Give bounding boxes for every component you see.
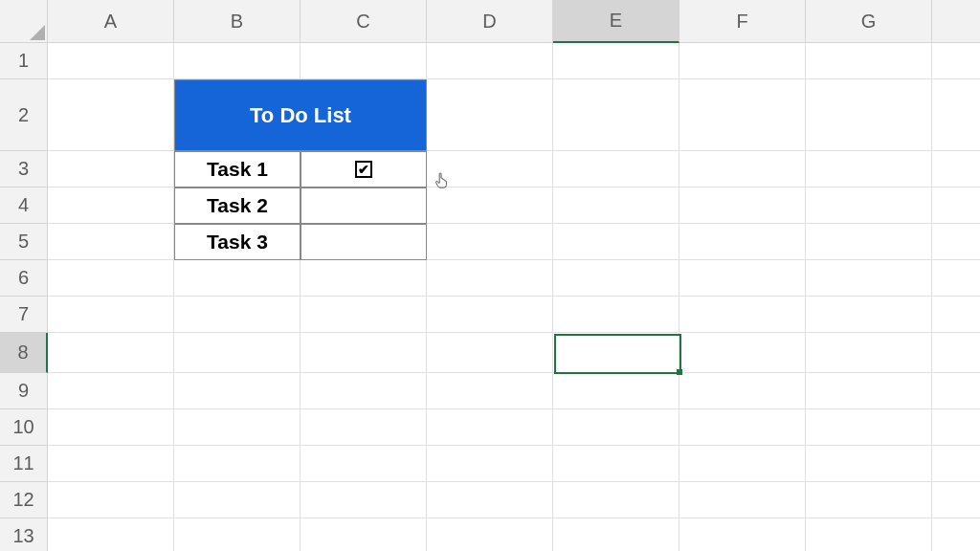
cell-H2[interactable] bbox=[932, 79, 980, 151]
col-header-D[interactable]: D bbox=[427, 0, 553, 43]
cell-C12[interactable] bbox=[301, 482, 427, 518]
cell-F7[interactable] bbox=[679, 297, 806, 333]
cell-D3[interactable] bbox=[427, 151, 553, 187]
cell-E2[interactable] bbox=[553, 79, 679, 151]
cell-F4[interactable] bbox=[679, 187, 806, 224]
cell-F13[interactable] bbox=[679, 518, 806, 551]
col-header-H[interactable] bbox=[932, 0, 980, 43]
cell-H12[interactable] bbox=[932, 482, 980, 518]
cell-B6[interactable] bbox=[174, 260, 301, 297]
cell-F6[interactable] bbox=[679, 260, 806, 297]
cell-H13[interactable] bbox=[932, 518, 980, 551]
cell-D10[interactable] bbox=[427, 409, 553, 446]
cell-D6[interactable] bbox=[427, 260, 553, 297]
cell-C10[interactable] bbox=[301, 409, 427, 446]
cell-G7[interactable] bbox=[806, 297, 932, 333]
cell-A11[interactable] bbox=[48, 446, 174, 482]
cell-H6[interactable] bbox=[932, 260, 980, 297]
cell-H1[interactable] bbox=[932, 43, 980, 79]
cell-B1[interactable] bbox=[174, 43, 301, 79]
col-header-A[interactable]: A bbox=[48, 0, 174, 43]
cell-A8[interactable] bbox=[48, 333, 174, 373]
row-header-7[interactable]: 7 bbox=[0, 297, 48, 333]
cell-G8[interactable] bbox=[806, 333, 932, 373]
cell-A12[interactable] bbox=[48, 482, 174, 518]
cell-A4[interactable] bbox=[48, 187, 174, 224]
task-1-label[interactable]: Task 1 bbox=[174, 151, 301, 187]
cell-D9[interactable] bbox=[427, 373, 553, 409]
row-header-11[interactable]: 11 bbox=[0, 446, 48, 482]
cell-H9[interactable] bbox=[932, 373, 980, 409]
cell-E5[interactable] bbox=[553, 224, 679, 260]
cell-D5[interactable] bbox=[427, 224, 553, 260]
cell-A3[interactable] bbox=[48, 151, 174, 187]
cell-E8[interactable] bbox=[553, 333, 679, 373]
cell-E3[interactable] bbox=[553, 151, 679, 187]
cell-B12[interactable] bbox=[174, 482, 301, 518]
cell-A7[interactable] bbox=[48, 297, 174, 333]
row-header-4[interactable]: 4 bbox=[0, 187, 48, 224]
cell-C7[interactable] bbox=[301, 297, 427, 333]
cell-E12[interactable] bbox=[553, 482, 679, 518]
cell-E10[interactable] bbox=[553, 409, 679, 446]
cell-G10[interactable] bbox=[806, 409, 932, 446]
cell-G2[interactable] bbox=[806, 79, 932, 151]
cell-F3[interactable] bbox=[679, 151, 806, 187]
cell-E4[interactable] bbox=[553, 187, 679, 224]
cell-C11[interactable] bbox=[301, 446, 427, 482]
cell-H7[interactable] bbox=[932, 297, 980, 333]
row-header-1[interactable]: 1 bbox=[0, 43, 48, 79]
cell-B10[interactable] bbox=[174, 409, 301, 446]
cell-F5[interactable] bbox=[679, 224, 806, 260]
cell-D2[interactable] bbox=[427, 79, 553, 151]
row-header-5[interactable]: 5 bbox=[0, 224, 48, 260]
cell-A10[interactable] bbox=[48, 409, 174, 446]
cell-D7[interactable] bbox=[427, 297, 553, 333]
task-2-checkbox-cell[interactable] bbox=[301, 187, 427, 224]
cell-A2[interactable] bbox=[48, 79, 174, 151]
cell-H11[interactable] bbox=[932, 446, 980, 482]
cell-F9[interactable] bbox=[679, 373, 806, 409]
cell-H3[interactable] bbox=[932, 151, 980, 187]
cell-A6[interactable] bbox=[48, 260, 174, 297]
cell-B8[interactable] bbox=[174, 333, 301, 373]
cell-C6[interactable] bbox=[301, 260, 427, 297]
cell-D4[interactable] bbox=[427, 187, 553, 224]
cell-F12[interactable] bbox=[679, 482, 806, 518]
row-header-13[interactable]: 13 bbox=[0, 518, 48, 551]
cell-E9[interactable] bbox=[553, 373, 679, 409]
col-header-E[interactable]: E bbox=[553, 0, 679, 43]
cell-C13[interactable] bbox=[301, 518, 427, 551]
row-header-8[interactable]: 8 bbox=[0, 333, 48, 373]
cell-B13[interactable] bbox=[174, 518, 301, 551]
cell-B9[interactable] bbox=[174, 373, 301, 409]
cell-F10[interactable] bbox=[679, 409, 806, 446]
cell-G13[interactable] bbox=[806, 518, 932, 551]
cell-G4[interactable] bbox=[806, 187, 932, 224]
cell-D8[interactable] bbox=[427, 333, 553, 373]
cell-H4[interactable] bbox=[932, 187, 980, 224]
cell-F2[interactable] bbox=[679, 79, 806, 151]
cell-B11[interactable] bbox=[174, 446, 301, 482]
cell-H5[interactable] bbox=[932, 224, 980, 260]
row-header-9[interactable]: 9 bbox=[0, 373, 48, 409]
task-3-checkbox-cell[interactable] bbox=[301, 224, 427, 260]
cell-C1[interactable] bbox=[301, 43, 427, 79]
cell-B7[interactable] bbox=[174, 297, 301, 333]
col-header-B[interactable]: B bbox=[174, 0, 301, 43]
row-header-6[interactable]: 6 bbox=[0, 260, 48, 297]
task-3-label[interactable]: Task 3 bbox=[174, 224, 301, 260]
cell-D11[interactable] bbox=[427, 446, 553, 482]
task-1-checkbox[interactable]: ✔ bbox=[355, 161, 372, 178]
todo-list-title[interactable]: To Do List bbox=[174, 79, 427, 151]
col-header-C[interactable]: C bbox=[301, 0, 427, 43]
cell-A5[interactable] bbox=[48, 224, 174, 260]
cell-E7[interactable] bbox=[553, 297, 679, 333]
cell-D12[interactable] bbox=[427, 482, 553, 518]
cell-E1[interactable] bbox=[553, 43, 679, 79]
task-1-checkbox-cell[interactable]: ✔ bbox=[301, 151, 427, 187]
cell-H8[interactable] bbox=[932, 333, 980, 373]
row-header-2[interactable]: 2 bbox=[0, 79, 48, 151]
cell-C8[interactable] bbox=[301, 333, 427, 373]
cell-G12[interactable] bbox=[806, 482, 932, 518]
